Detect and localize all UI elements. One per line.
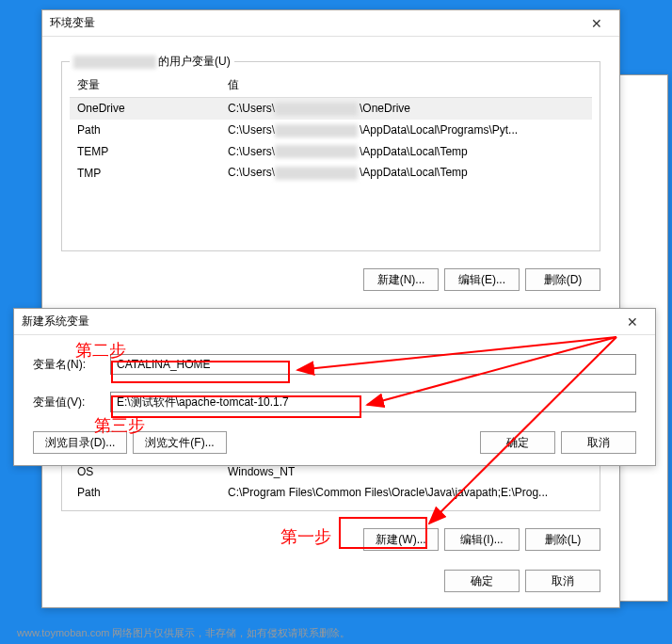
sys-new-button[interactable]: 新建(W)... bbox=[363, 528, 439, 551]
var-value-row: 变量值(V): bbox=[14, 386, 655, 418]
var-name-cell: Path bbox=[70, 482, 220, 503]
table-row[interactable]: PathC:\Program Files\Common Files\Oracle… bbox=[70, 482, 592, 503]
sys-delete-button[interactable]: 删除(L) bbox=[525, 528, 600, 551]
blurred-username bbox=[275, 145, 358, 158]
cancel-button[interactable]: 取消 bbox=[525, 570, 600, 592]
var-value-cell: C:\Users\\AppData\Local\Programs\Pyt... bbox=[220, 120, 592, 141]
watermark: www.toymoban.com 网络图片仅供展示，非存储，如有侵权请联系删除。 bbox=[17, 626, 350, 640]
user-vars-table[interactable]: 变量 值 OneDriveC:\Users\\OneDrivePathC:\Us… bbox=[70, 73, 592, 184]
new-var-dialog: 新建系统变量 ✕ 变量名(N): 变量值(V): 浏览目录(D)... 浏览文件… bbox=[13, 308, 656, 466]
table-row[interactable]: PathC:\Users\\AppData\Local\Programs\Pyt… bbox=[70, 120, 592, 141]
var-value-cell: C:\Users\\AppData\Local\Temp bbox=[220, 162, 592, 184]
table-row[interactable]: OneDriveC:\Users\\OneDrive bbox=[70, 98, 592, 120]
window-title: 环境变量 bbox=[50, 15, 95, 31]
browse-file-button[interactable]: 浏览文件(F)... bbox=[133, 431, 227, 454]
titlebar-env: 环境变量 ✕ bbox=[42, 10, 619, 37]
dialog-cancel-button[interactable]: 取消 bbox=[561, 431, 636, 454]
blurred-username bbox=[275, 124, 358, 137]
var-value-label: 变量值(V): bbox=[33, 394, 99, 411]
var-name-input[interactable] bbox=[110, 354, 636, 375]
browse-dir-button[interactable]: 浏览目录(D)... bbox=[33, 431, 127, 454]
ok-button[interactable]: 确定 bbox=[444, 570, 520, 592]
var-name-label: 变量名(N): bbox=[33, 357, 99, 373]
table-row[interactable]: TMPC:\Users\\AppData\Local\Temp bbox=[70, 162, 592, 184]
close-icon[interactable]: ✕ bbox=[582, 13, 612, 34]
close-icon[interactable]: ✕ bbox=[617, 312, 648, 332]
var-value-cell: C:\Users\\AppData\Local\Temp bbox=[220, 141, 592, 163]
user-vars-group-title: 的用户变量(U) bbox=[70, 54, 234, 70]
user-delete-button[interactable]: 删除(D) bbox=[525, 268, 600, 291]
dialog-title: 新建系统变量 bbox=[22, 314, 89, 330]
sys-vars-table[interactable]: OSWindows_NTPathC:\Program Files\Common … bbox=[70, 461, 592, 503]
user-edit-button[interactable]: 编辑(E)... bbox=[444, 268, 520, 291]
footer-buttons-row: 确定 取消 bbox=[42, 560, 619, 602]
col-val[interactable]: 值 bbox=[220, 73, 592, 98]
sys-edit-button[interactable]: 编辑(I)... bbox=[444, 528, 520, 551]
var-name-cell: OneDrive bbox=[70, 98, 220, 120]
user-new-button[interactable]: 新建(N)... bbox=[363, 268, 439, 291]
var-name-cell: TEMP bbox=[70, 141, 220, 163]
blurred-username bbox=[275, 103, 358, 116]
sys-buttons-row: 新建(W)... 编辑(I)... 删除(L) bbox=[42, 519, 619, 560]
table-row[interactable]: TEMPC:\Users\\AppData\Local\Temp bbox=[70, 141, 592, 163]
blurred-username bbox=[73, 56, 156, 69]
var-value-cell: C:\Program Files\Common Files\Oracle\Jav… bbox=[220, 482, 592, 503]
titlebar-newvar: 新建系统变量 ✕ bbox=[14, 309, 655, 335]
var-value-cell: C:\Users\\OneDrive bbox=[220, 98, 592, 120]
user-buttons-row: 新建(N)... 编辑(E)... 删除(D) bbox=[42, 259, 619, 300]
var-name-cell: Path bbox=[70, 120, 220, 141]
var-value-input[interactable] bbox=[110, 392, 636, 412]
var-name-row: 变量名(N): bbox=[14, 348, 655, 380]
user-vars-group: 的用户变量(U) 变量 值 OneDriveC:\Users\\OneDrive… bbox=[61, 61, 600, 251]
dialog-ok-button[interactable]: 确定 bbox=[480, 431, 555, 454]
var-name-cell: TMP bbox=[70, 162, 220, 184]
col-var[interactable]: 变量 bbox=[70, 73, 220, 98]
sys-vars-group-visible: OSWindows_NTPathC:\Program Files\Common … bbox=[61, 460, 600, 511]
blurred-username bbox=[275, 167, 358, 180]
